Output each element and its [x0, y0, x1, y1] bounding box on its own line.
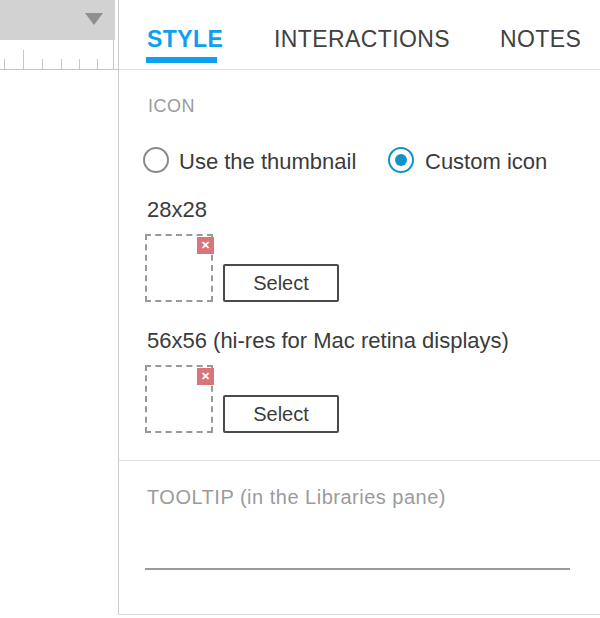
tab-style[interactable]: STYLE	[147, 27, 223, 52]
ruler-tick	[61, 59, 62, 69]
tabs-divider	[119, 69, 600, 70]
select-button-28[interactable]: Select	[223, 264, 339, 302]
radio-custom-icon[interactable]	[388, 147, 414, 173]
icon-size-label-56: 56x56 (hi-res for Mac retina displays)	[147, 328, 509, 353]
radio-selected-dot	[395, 154, 407, 166]
radio-use-thumbnail[interactable]	[143, 147, 169, 173]
ruler-tick	[23, 50, 24, 69]
tab-interactions[interactable]: INTERACTIONS	[274, 27, 450, 52]
remove-icon[interactable]: ✕	[197, 368, 214, 385]
ruler-tick	[42, 59, 43, 69]
ruler-baseline	[0, 69, 118, 70]
ruler-edge-tick	[113, 40, 114, 70]
remove-icon[interactable]: ✕	[197, 237, 214, 254]
section-divider	[119, 460, 600, 461]
ruler-tick	[97, 59, 98, 69]
radio-custom-icon-label[interactable]: Custom icon	[425, 149, 547, 174]
icon-section-title: ICON	[148, 96, 195, 116]
ruler-tick	[79, 59, 80, 69]
tooltip-input[interactable]	[145, 532, 570, 570]
icon-size-label-28: 28x28	[147, 197, 207, 222]
radio-use-thumbnail-label[interactable]: Use the thumbnail	[179, 149, 356, 174]
triangle-down-icon[interactable]	[85, 13, 103, 25]
active-tab-underline	[146, 57, 217, 63]
select-button-56[interactable]: Select	[223, 395, 339, 433]
panel-left-border	[118, 0, 119, 614]
icon-well-28[interactable]: ✕	[145, 234, 213, 302]
tab-notes[interactable]: NOTES	[500, 27, 581, 52]
icon-well-56[interactable]: ✕	[145, 365, 213, 433]
style-panel-screen: STYLE INTERACTIONS NOTES ICON Use the th…	[0, 0, 600, 618]
tooltip-section-label: TOOLTIP (in the Libraries pane)	[147, 487, 446, 507]
panel-bottom-border	[118, 614, 600, 615]
ruler-tick	[4, 59, 5, 69]
